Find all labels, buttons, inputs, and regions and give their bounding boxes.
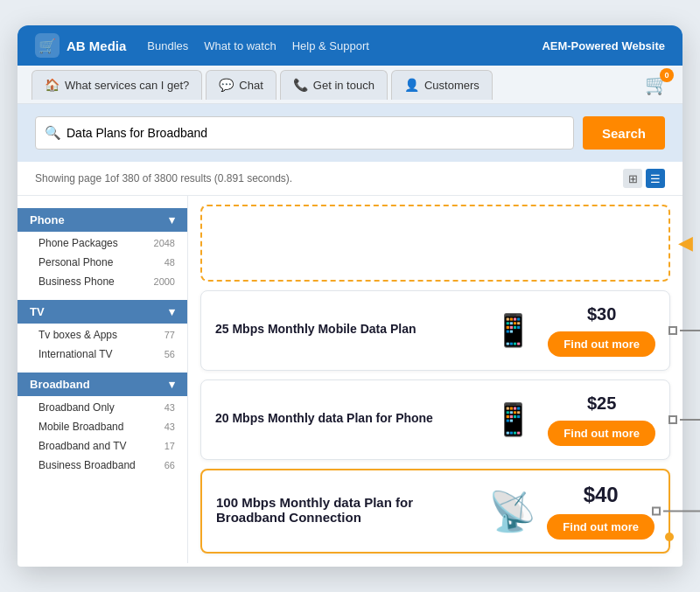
- sidebar-section-broadband[interactable]: Broadband ▾: [18, 373, 187, 396]
- sidebar-personal-phone-label: Personal Phone: [38, 256, 113, 268]
- search-bar-wrap: 🔍 Search: [18, 104, 682, 162]
- product-card-placeholder: ◀: [200, 205, 670, 282]
- sidebar-item-broadband-only[interactable]: Broadband Only 43: [18, 398, 187, 417]
- phone-icon: 📞: [293, 78, 308, 92]
- find-out-btn-1[interactable]: Find out more: [548, 331, 655, 357]
- sidebar-broadband-label: Broadband: [30, 378, 90, 391]
- orange-dot-3: [665, 533, 674, 541]
- find-out-btn-2[interactable]: Find out more: [548, 421, 655, 446]
- search-magnifier-icon: 🔍: [45, 125, 61, 141]
- annotation-1: (20): [668, 324, 700, 337]
- sidebar-item-broadband-tv[interactable]: Broadband and TV 17: [18, 436, 187, 456]
- sidebar-section-tv[interactable]: TV ▾: [18, 300, 187, 324]
- product-title-3: 100 Mbps Monthly data Plan for Broadband…: [216, 495, 477, 525]
- annotation-2: (50): [668, 414, 700, 426]
- logo-area[interactable]: 🛒 AB Media: [35, 33, 126, 58]
- browser-frame: 🛒 AB Media Bundles What to watch Help & …: [18, 25, 682, 567]
- nav-link-bundles[interactable]: Bundles: [147, 39, 188, 52]
- top-nav: 🛒 AB Media Bundles What to watch Help & …: [18, 25, 682, 66]
- products-area: ◀ 25 Mbps Monthly Mobile Data Plan 📱 $30…: [188, 196, 682, 563]
- tab-get-in-touch-label: Get in touch: [313, 79, 374, 92]
- sidebar-business-phone-label: Business Phone: [38, 275, 115, 288]
- tab-get-in-touch[interactable]: 📞 Get in touch: [280, 70, 388, 100]
- sidebar-item-personal-phone[interactable]: Personal Phone 48: [18, 253, 187, 272]
- tab-what-services-label: What services can I get?: [65, 79, 189, 92]
- tab-customers-label: Customers: [424, 79, 480, 92]
- sidebar-tv-chevron: ▾: [169, 305, 175, 318]
- nav-link-what-to-watch[interactable]: What to watch: [204, 39, 276, 52]
- annotation-line-1: [680, 330, 700, 331]
- sidebar-item-business-phone[interactable]: Business Phone 2000: [18, 272, 187, 291]
- nav-right-text: AEM-Powered Website: [542, 39, 665, 52]
- sidebar-phone-label: Phone: [30, 213, 65, 226]
- product-price-2: $25: [587, 394, 616, 414]
- sidebar-broadband-only-count: 43: [164, 402, 175, 413]
- annotation-line-3: [663, 511, 700, 512]
- product-info-1: 25 Mbps Monthly Mobile Data Plan: [215, 322, 478, 339]
- product-price-btn-1: $30 Find out more: [548, 304, 655, 357]
- search-button[interactable]: Search: [583, 116, 665, 150]
- tab-bar: 🏠 What services can I get? 💬 Chat 📞 Get …: [18, 66, 682, 104]
- sidebar-item-business-broadband[interactable]: Business Broadband 66: [18, 456, 187, 475]
- annotation-line-2: [680, 419, 700, 421]
- sidebar-tv-label: TV: [30, 305, 45, 318]
- chat-icon: 💬: [219, 78, 234, 92]
- product-img-1: 📱: [490, 303, 536, 358]
- sidebar-tv-boxes-count: 77: [164, 330, 175, 340]
- annotation-dash-1: [668, 326, 677, 335]
- tab-chat[interactable]: 💬 Chat: [206, 70, 276, 100]
- results-bar: Showing page 1of 380 of 3800 results (0.…: [18, 162, 682, 196]
- sidebar-item-tv-boxes[interactable]: Tv boxes & Apps 77: [18, 325, 187, 345]
- nav-link-help[interactable]: Help & Support: [292, 39, 369, 52]
- cart-badge: 0: [660, 68, 674, 82]
- sidebar-mobile-broadband-label: Mobile Broadband: [38, 421, 123, 433]
- product-img-3: 📡: [489, 484, 535, 539]
- sidebar-broadband-tv-count: 17: [164, 441, 175, 451]
- product-info-2: 20 Mbps Monthly data Plan for Phone: [215, 411, 478, 428]
- sidebar-broadband-only-label: Broadband Only: [38, 401, 115, 414]
- product-card-3: 100 Mbps Monthly data Plan for Broadband…: [200, 469, 670, 554]
- sidebar-item-international-tv[interactable]: International TV 56: [18, 345, 187, 364]
- product-title-2: 20 Mbps Monthly data Plan for Phone: [215, 411, 478, 425]
- tab-customers[interactable]: 👤 Customers: [391, 70, 493, 100]
- product-card-1: 25 Mbps Monthly Mobile Data Plan 📱 $30 F…: [200, 290, 670, 371]
- find-out-btn-3[interactable]: Find out more: [547, 514, 654, 540]
- product-card-2: 20 Mbps Monthly data Plan for Phone 📱 $2…: [200, 380, 670, 460]
- logo-icon: 🛒: [35, 33, 60, 58]
- cart-icon-wrap[interactable]: 🛒 0: [645, 73, 668, 96]
- product-price-3: $40: [584, 483, 619, 507]
- sidebar-item-mobile-broadband[interactable]: Mobile Broadband 43: [18, 417, 187, 436]
- sidebar-section-phone[interactable]: Phone ▾: [18, 208, 187, 232]
- sidebar-broadband-chevron: ▾: [169, 378, 175, 391]
- sidebar-mobile-broadband-count: 43: [164, 421, 175, 432]
- placeholder-arrow: ◀: [678, 232, 693, 254]
- sidebar-item-phone-packages[interactable]: Phone Packages 2048: [18, 233, 187, 253]
- sidebar-phone-chevron: ▾: [169, 213, 175, 226]
- sidebar-broadband-tv-label: Broadband and TV: [38, 440, 127, 452]
- sidebar-business-broadband-count: 66: [164, 460, 175, 470]
- results-text: Showing page 1of 380 of 3800 results (0.…: [35, 172, 292, 185]
- search-input[interactable]: [66, 126, 564, 140]
- logo-text: AB Media: [66, 38, 126, 53]
- tab-chat-label: Chat: [239, 79, 262, 92]
- footer-spacer: [18, 563, 682, 567]
- sidebar-phone-packages-count: 2048: [154, 238, 175, 248]
- sidebar-intl-tv-label: International TV: [38, 348, 113, 360]
- product-price-btn-3: $40 Find out more: [547, 483, 654, 540]
- product-price-btn-2: $25 Find out more: [548, 394, 655, 446]
- tab-what-services[interactable]: 🏠 What services can I get?: [32, 70, 202, 100]
- product-img-2: 📱: [490, 393, 536, 447]
- list-view-icon[interactable]: ☰: [646, 169, 665, 188]
- sidebar-personal-phone-count: 48: [164, 257, 175, 268]
- main-content: Phone ▾ Phone Packages 2048 Personal Pho…: [18, 196, 682, 563]
- search-input-wrap: 🔍: [35, 116, 574, 150]
- product-price-1: $30: [587, 304, 616, 324]
- sidebar: Phone ▾ Phone Packages 2048 Personal Pho…: [18, 196, 188, 563]
- product-title-1: 25 Mbps Monthly Mobile Data Plan: [215, 322, 478, 336]
- sidebar-business-phone-count: 2000: [154, 276, 175, 287]
- home-icon: 🏠: [45, 78, 60, 92]
- grid-view-icon[interactable]: ⊞: [623, 169, 642, 188]
- sidebar-tv-boxes-label: Tv boxes & Apps: [38, 329, 117, 341]
- customers-icon: 👤: [404, 78, 419, 92]
- annotation-dash-3: [652, 507, 661, 516]
